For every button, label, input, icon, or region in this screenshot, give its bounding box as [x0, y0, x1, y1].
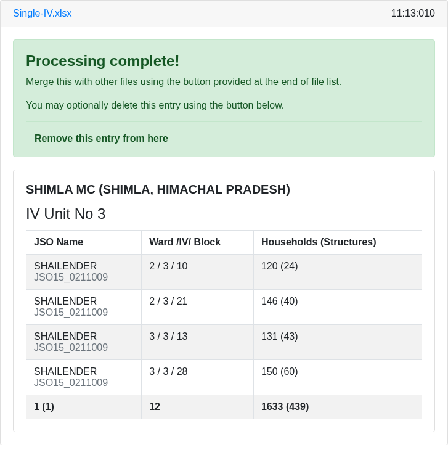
filename-link[interactable]: Single-IV.xlsx — [13, 8, 71, 19]
file-entry-card: Single-IV.xlsx 11:13:010 Processing comp… — [0, 0, 448, 445]
jso-id: JSO15_0211009 — [34, 272, 134, 283]
jso-name: SHAILENDER — [34, 366, 134, 377]
location-title: SHIMLA MC (SHIMLA, HIMACHAL PRADESH) — [26, 183, 422, 197]
cell-jso: SHAILENDER JSO15_0211009 — [26, 290, 142, 325]
cell-wib: 2 / 3 / 21 — [142, 290, 254, 325]
cell-households: 131 (43) — [253, 325, 422, 360]
cell-jso: SHAILENDER JSO15_0211009 — [26, 255, 142, 290]
col-ward-iv-block: Ward /IV/ Block — [142, 231, 254, 255]
footer-households-total: 1633 (439) — [253, 395, 422, 419]
table-header-row: JSO Name Ward /IV/ Block Households (Str… — [26, 231, 422, 255]
jso-name: SHAILENDER — [34, 331, 134, 342]
col-households: Households (Structures) — [253, 231, 422, 255]
jso-name: SHAILENDER — [34, 296, 134, 307]
table-row: SHAILENDER JSO15_0211009 3 / 3 / 28 150 … — [26, 360, 422, 395]
cell-jso: SHAILENDER JSO15_0211009 — [26, 360, 142, 395]
alert-text-delete: You may optionally delete this entry usi… — [26, 98, 422, 113]
table-footer-row: 1 (1) 12 1633 (439) — [26, 395, 422, 419]
cell-wib: 3 / 3 / 28 — [142, 360, 254, 395]
result-card: SHIMLA MC (SHIMLA, HIMACHAL PRADESH) IV … — [13, 170, 435, 432]
jso-id: JSO15_0211009 — [34, 377, 134, 388]
jso-name: SHAILENDER — [34, 261, 134, 272]
timestamp-label: 11:13:010 — [391, 8, 435, 19]
cell-households: 146 (40) — [253, 290, 422, 325]
table-row: SHAILENDER JSO15_0211009 2 / 3 / 21 146 … — [26, 290, 422, 325]
remove-entry-button[interactable]: Remove this entry from here — [26, 133, 168, 144]
alert-title: Processing complete! — [26, 52, 422, 70]
cell-households: 120 (24) — [253, 255, 422, 290]
col-jso-name: JSO Name — [26, 231, 142, 255]
processing-complete-alert: Processing complete! Merge this with oth… — [13, 39, 435, 157]
table-row: SHAILENDER JSO15_0211009 3 / 3 / 13 131 … — [26, 325, 422, 360]
cell-households: 150 (60) — [253, 360, 422, 395]
table-row: SHAILENDER JSO15_0211009 2 / 3 / 10 120 … — [26, 255, 422, 290]
footer-jso-total: 1 (1) — [26, 395, 142, 419]
jso-id: JSO15_0211009 — [34, 342, 134, 353]
jso-table: JSO Name Ward /IV/ Block Households (Str… — [26, 230, 422, 419]
unit-title: IV Unit No 3 — [26, 205, 422, 223]
card-header: Single-IV.xlsx 11:13:010 — [1, 1, 447, 27]
cell-wib: 2 / 3 / 10 — [142, 255, 254, 290]
cell-wib: 3 / 3 / 13 — [142, 325, 254, 360]
alert-text-merge: Merge this with other files using the bu… — [26, 75, 422, 89]
footer-wib-total: 12 — [142, 395, 254, 419]
alert-divider — [26, 121, 422, 122]
card-body: Processing complete! Merge this with oth… — [1, 27, 447, 445]
jso-id: JSO15_0211009 — [34, 307, 134, 318]
cell-jso: SHAILENDER JSO15_0211009 — [26, 325, 142, 360]
